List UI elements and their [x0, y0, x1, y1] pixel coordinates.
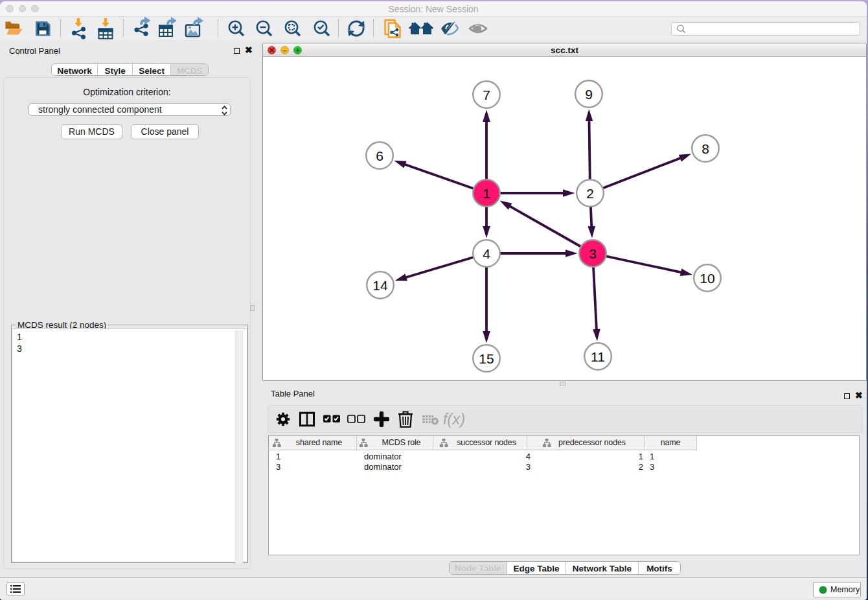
svg-text:6: 6: [376, 148, 383, 163]
svg-text:8: 8: [702, 141, 709, 156]
svg-text:9: 9: [585, 87, 593, 102]
svg-text:3: 3: [589, 246, 597, 261]
svg-text:11: 11: [591, 349, 605, 364]
svg-text:15: 15: [479, 351, 494, 366]
svg-text:4: 4: [483, 246, 490, 261]
svg-text:7: 7: [483, 87, 490, 102]
svg-text:f(x): f(x): [443, 410, 466, 428]
svg-text:2: 2: [586, 186, 594, 201]
svg-text:1: 1: [483, 186, 490, 201]
svg-text:10: 10: [700, 271, 714, 286]
svg-text:14: 14: [372, 278, 388, 293]
